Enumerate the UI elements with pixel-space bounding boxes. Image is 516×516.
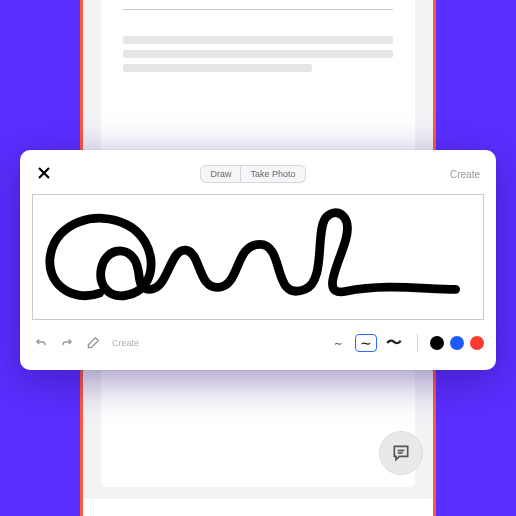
color-blue[interactable] [450,336,464,350]
doc-text-line [123,50,393,58]
modal-toolbar: Create ∼ ∼ 〜 [32,326,484,360]
stroke-thick[interactable]: 〜 [383,334,405,352]
comment-icon [391,443,411,463]
comment-button[interactable] [379,431,423,475]
redo-icon [60,336,74,350]
mode-tabs: Draw Take Photo [200,165,305,183]
redo-button[interactable] [58,334,76,352]
doc-divider [123,9,393,10]
tab-take-photo[interactable]: Take Photo [241,165,305,183]
toolbar-divider [417,334,418,352]
stroke-medium[interactable]: ∼ [355,334,377,352]
doc-text-line [123,36,393,44]
color-red[interactable] [470,336,484,350]
create-button[interactable]: Create [450,169,484,180]
erase-button[interactable] [84,334,102,352]
eraser-icon [86,336,100,350]
close-button[interactable] [32,165,56,183]
signature-canvas[interactable] [32,194,484,320]
signature-modal: Draw Take Photo Create Create ∼ ∼ 〜 [20,150,496,370]
bottom-toolbar: Document 1 of 3 ••• [83,499,433,516]
color-black[interactable] [430,336,444,350]
close-icon [38,167,50,179]
doc-text-line [123,64,312,72]
stroke-width-options: ∼ ∼ 〜 [327,334,405,352]
stroke-thin[interactable]: ∼ [327,334,349,352]
undo-icon [34,336,48,350]
undo-button[interactable] [32,334,50,352]
tab-draw[interactable]: Draw [200,165,241,183]
signature-stroke [33,195,483,319]
create-label: Create [112,338,139,348]
color-options [430,336,484,350]
modal-header: Draw Take Photo Create [32,160,484,188]
